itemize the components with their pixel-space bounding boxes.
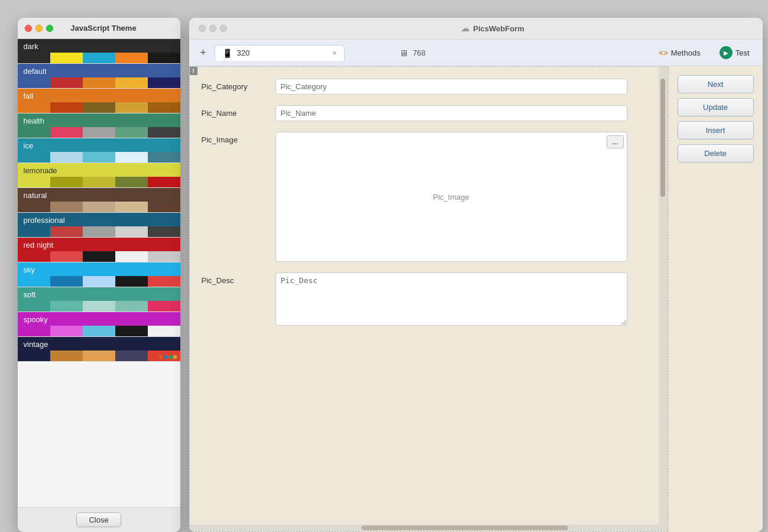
- theme-item-health[interactable]: health: [18, 113, 180, 138]
- theme-colors-dark: [18, 53, 180, 63]
- form-scroll-content: Pic_Category Pic_Name Pi: [190, 67, 667, 524]
- methods-label: Methods: [671, 48, 701, 57]
- mobile-icon: 📱: [222, 48, 232, 58]
- theme-colors-natural: [18, 202, 180, 212]
- form-border: f Pic_Category Pic_Na: [189, 66, 668, 532]
- main-window-title: ☁ PicsWebForm: [233, 24, 753, 33]
- methods-button[interactable]: <> Methods: [653, 46, 707, 60]
- next-button[interactable]: Next: [678, 75, 754, 93]
- vertical-scrollbar[interactable]: [659, 67, 667, 524]
- cloud-icon: ☁: [461, 24, 469, 33]
- label-pic-name: Pic_Name: [202, 105, 267, 118]
- image-placeholder: Pic_Image: [433, 193, 469, 202]
- theme-colors-red-night: [18, 251, 180, 262]
- form-wrapper: f Pic_Category Pic_Na: [189, 66, 668, 532]
- maximize-traffic-light-right[interactable]: [220, 25, 227, 32]
- theme-colors-spooky: [18, 326, 180, 336]
- theme-colors-default: [18, 77, 180, 88]
- test-label: Test: [735, 48, 750, 57]
- theme-colors-sky: [18, 276, 180, 287]
- mobile-tab-label: 320: [237, 48, 250, 57]
- close-traffic-light-right[interactable]: [199, 25, 206, 32]
- tab-close-icon[interactable]: ×: [332, 49, 336, 57]
- textarea-pic-desc[interactable]: [276, 273, 627, 326]
- theme-label-vintage: vintage: [18, 337, 180, 351]
- theme-list: dark default: [18, 39, 180, 507]
- toolbar-right: <> Methods ▶ Test: [653, 43, 757, 62]
- theme-item-vintage[interactable]: vintage: [18, 337, 180, 362]
- test-play-icon: ▶: [720, 46, 733, 59]
- theme-colors-professional: [18, 226, 180, 237]
- theme-item-red-night[interactable]: red night: [18, 238, 180, 262]
- theme-item-fall[interactable]: fall: [18, 89, 180, 113]
- theme-label-ice: ice: [18, 138, 180, 152]
- test-button[interactable]: ▶ Test: [712, 43, 757, 62]
- theme-window-title: JavaScript Theme: [34, 24, 173, 33]
- theme-label-natural: natural: [18, 188, 180, 202]
- add-button[interactable]: +: [195, 44, 212, 61]
- insert-button[interactable]: Insert: [678, 121, 754, 140]
- theme-label-lemonade: lemonade: [18, 163, 180, 177]
- toolbar: + 📱 320 × 🖥 768 <> Methods ▶ Test: [189, 40, 763, 66]
- theme-colors-soft: [18, 301, 180, 312]
- theme-label-spooky: spooky: [18, 312, 180, 326]
- theme-item-default[interactable]: default: [18, 64, 180, 89]
- theme-colors-ice: [18, 152, 180, 163]
- desktop-tab-label: 768: [413, 48, 426, 57]
- minimize-traffic-light-right[interactable]: [209, 25, 216, 32]
- image-browse-button[interactable]: ...: [607, 135, 623, 148]
- theme-label-soft: soft: [18, 287, 180, 301]
- theme-item-sky[interactable]: sky: [18, 262, 180, 287]
- form-area: Pic_Category Pic_Name Pi: [190, 67, 667, 524]
- theme-label-default: default: [18, 64, 180, 77]
- theme-item-ice[interactable]: ice: [18, 138, 180, 163]
- theme-item-professional[interactable]: professional: [18, 213, 180, 238]
- desktop-icon: 🖥: [399, 48, 408, 58]
- horizontal-scrollbar[interactable]: [190, 524, 667, 531]
- input-pic-category[interactable]: [276, 79, 627, 95]
- theme-label-dark: dark: [18, 39, 180, 53]
- scrollbar-track: [361, 525, 568, 530]
- theme-item-natural[interactable]: natural: [18, 188, 180, 213]
- main-content: f Pic_Category Pic_Na: [189, 66, 763, 532]
- label-pic-image: Pic_Image: [202, 132, 267, 144]
- close-traffic-light[interactable]: [25, 25, 32, 32]
- theme-label-professional: professional: [18, 213, 180, 226]
- theme-colors-lemonade: [18, 177, 180, 187]
- theme-label-sky: sky: [18, 262, 180, 276]
- theme-footer: Close: [18, 507, 180, 532]
- close-button[interactable]: Close: [76, 512, 121, 527]
- theme-item-spooky[interactable]: spooky: [18, 312, 180, 337]
- form-inner: Pic_Category Pic_Name Pi: [202, 79, 627, 326]
- theme-item-soft[interactable]: soft: [18, 287, 180, 312]
- frame-indicator: f: [190, 67, 197, 75]
- action-panel: Next Update Insert Delete: [668, 66, 763, 532]
- update-button[interactable]: Update: [678, 98, 754, 116]
- theme-label-fall: fall: [18, 89, 180, 102]
- field-row-desc: Pic_Desc: [202, 273, 627, 326]
- delete-button[interactable]: Delete: [678, 144, 754, 163]
- theme-colors-vintage: [18, 351, 180, 361]
- theme-item-dark[interactable]: dark: [18, 39, 180, 64]
- theme-label-red-night: red night: [18, 238, 180, 251]
- theme-item-lemonade[interactable]: lemonade: [18, 163, 180, 188]
- theme-titlebar: JavaScript Theme: [18, 18, 180, 39]
- methods-icon: <>: [659, 48, 668, 57]
- label-pic-category: Pic_Category: [202, 79, 267, 91]
- input-pic-name[interactable]: [276, 105, 627, 121]
- right-traffic-lights: [199, 25, 227, 32]
- theme-label-health: health: [18, 113, 180, 127]
- main-titlebar: ☁ PicsWebForm: [189, 18, 763, 40]
- tab-desktop[interactable]: 🖥 768: [348, 45, 478, 61]
- theme-colors-health: [18, 127, 180, 138]
- scrollbar-thumb: [660, 79, 665, 197]
- theme-colors-fall: [18, 102, 180, 113]
- field-row-image: Pic_Image ... Pic_Image: [202, 132, 627, 262]
- field-row-name: Pic_Name: [202, 105, 627, 121]
- label-pic-desc: Pic_Desc: [202, 273, 267, 285]
- field-row-category: Pic_Category: [202, 79, 627, 95]
- tab-mobile[interactable]: 📱 320 ×: [215, 45, 345, 61]
- theme-window: JavaScript Theme dark default: [18, 18, 180, 532]
- grid-icon: [159, 355, 177, 359]
- image-container: ... Pic_Image: [276, 132, 627, 262]
